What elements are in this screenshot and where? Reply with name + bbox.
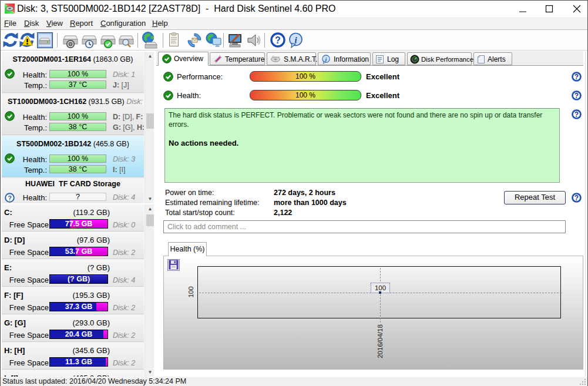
svg-text:?: ?: [574, 73, 579, 81]
svg-text:?: ?: [574, 194, 579, 202]
svg-text:?: ?: [574, 92, 579, 100]
svg-text:?: ?: [574, 110, 579, 119]
svg-text:?: ?: [275, 35, 281, 45]
